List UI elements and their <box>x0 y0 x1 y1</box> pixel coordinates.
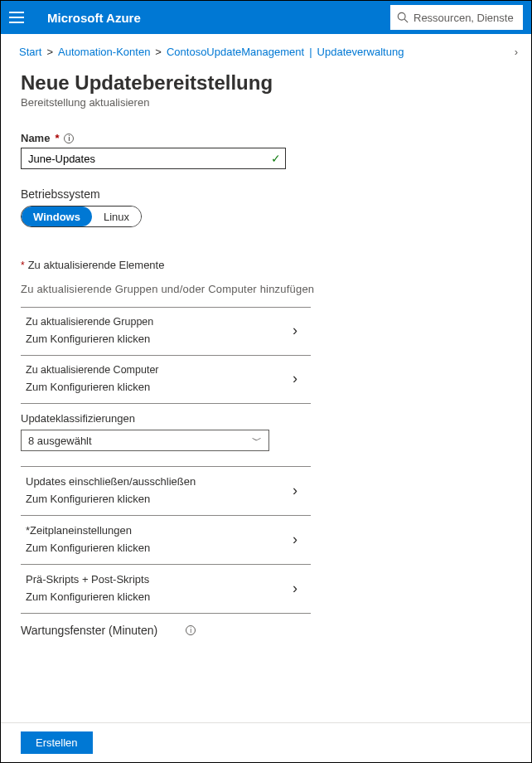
info-icon[interactable]: i <box>186 625 196 635</box>
os-linux-button[interactable]: Linux <box>92 207 141 226</box>
svg-point-0 <box>398 12 405 20</box>
chevron-right-icon[interactable]: › <box>515 46 518 58</box>
footer: Erstellen <box>1 722 531 762</box>
groups-sub: Zum Konfigurieren klicken <box>26 333 293 345</box>
maintenance-row: Wartungsfenster (Minuten) i <box>21 614 311 637</box>
items-subheading: Zu aktualisierende Gruppen und/oder Comp… <box>21 283 511 295</box>
classifications-dropdown[interactable]: 8 ausgewählt ﹀ <box>21 430 269 451</box>
config-list: Zu aktualisierende Gruppen Zum Konfiguri… <box>21 307 311 637</box>
svg-line-1 <box>404 19 408 22</box>
os-label: Betriebssystem <box>21 187 511 201</box>
search-box[interactable]: Ressourcen, Dienste <box>390 5 523 30</box>
name-label: Name * i <box>21 132 511 144</box>
groups-title: Zu aktualisierende Gruppen <box>26 316 293 328</box>
scripts-sub: Zum Konfigurieren klicken <box>26 590 293 603</box>
brand-label: Microsoft Azure <box>47 11 141 25</box>
include-exclude-title: Updates einschließen/ausschließen <box>26 475 293 488</box>
chevron-right-icon: › <box>293 531 311 548</box>
top-bar: Microsoft Azure Ressourcen, Dienste <box>1 1 531 34</box>
os-toggle: Windows Linux <box>21 206 142 227</box>
breadcrumb-updatemgmt[interactable]: Updateverwaltung <box>317 46 404 58</box>
required-indicator: * <box>55 132 59 144</box>
groups-item[interactable]: Zu aktualisierende Gruppen Zum Konfiguri… <box>21 308 311 355</box>
create-button[interactable]: Erstellen <box>21 731 93 754</box>
computers-item[interactable]: Zu aktualisierende Computer Zum Konfigur… <box>21 356 311 403</box>
menu-icon[interactable] <box>9 12 24 23</box>
breadcrumb-start[interactable]: Start <box>19 46 41 58</box>
computers-sub: Zum Konfigurieren klicken <box>26 381 293 393</box>
chevron-right-icon: › <box>293 580 311 597</box>
chevron-right-icon: › <box>293 482 311 499</box>
scripts-item[interactable]: Prä-Skripts + Post-Skripts Zum Konfiguri… <box>21 565 311 613</box>
info-icon[interactable]: i <box>64 134 74 143</box>
search-placeholder: Ressourcen, Dienste <box>414 12 514 24</box>
breadcrumb-contoso[interactable]: ContosoUpdateManagement <box>167 46 304 58</box>
chevron-right-icon: › <box>293 370 311 387</box>
breadcrumb: Start> Automation-Konten> ContosoUpdateM… <box>1 34 531 61</box>
breadcrumb-automation[interactable]: Automation-Konten <box>58 46 150 58</box>
classifications-value: 8 ausgewählt <box>28 435 92 447</box>
main-content: Neue Updatebereitstellung Bereitstellung… <box>1 61 531 637</box>
chevron-right-icon: › <box>293 322 311 339</box>
scripts-title: Prä-Skripts + Post-Skripts <box>26 573 293 586</box>
maintenance-label: Wartungsfenster (Minuten) <box>21 624 157 637</box>
search-icon <box>397 12 409 23</box>
checkmark-icon: ✓ <box>271 152 281 165</box>
schedule-item[interactable]: *Zeitplaneinstellungen Zum Konfigurieren… <box>21 516 311 564</box>
chevron-down-icon: ﹀ <box>252 434 262 448</box>
items-heading: *Zu aktualisierende Elemente <box>21 259 511 271</box>
name-input[interactable] <box>21 148 286 169</box>
schedule-title: *Zeitplaneinstellungen <box>26 524 293 537</box>
include-exclude-sub: Zum Konfigurieren klicken <box>26 493 293 505</box>
classifications-label: Updateklassifizierungen <box>21 404 311 430</box>
computers-title: Zu aktualisierende Computer <box>26 364 293 376</box>
page-title: Neue Updatebereitstellung <box>21 71 511 95</box>
page-subtitle: Bereitstellung aktualisieren <box>21 96 511 109</box>
os-windows-button[interactable]: Windows <box>22 207 92 226</box>
schedule-sub: Zum Konfigurieren klicken <box>26 542 293 554</box>
include-exclude-item[interactable]: Updates einschließen/ausschließen Zum Ko… <box>21 467 311 515</box>
